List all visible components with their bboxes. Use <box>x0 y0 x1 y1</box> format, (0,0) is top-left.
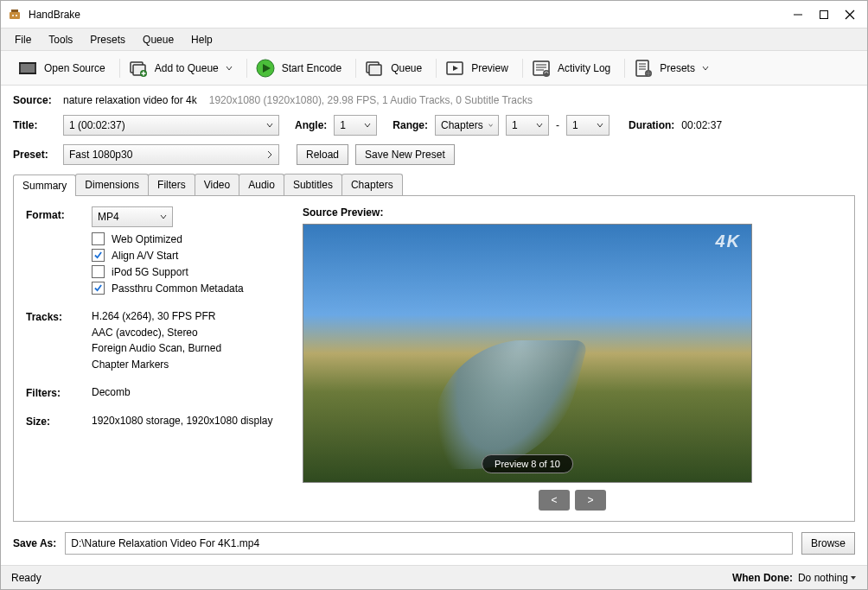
menu-queue[interactable]: Queue <box>136 30 181 49</box>
tracks-value: H.264 (x264), 30 FPS PFR AAC (avcodec), … <box>92 308 221 372</box>
activity-log-button[interactable]: Activity Log <box>522 59 619 78</box>
minimize-button[interactable] <box>793 10 803 20</box>
size-label: Size: <box>26 413 92 428</box>
tabs: Summary Dimensions Filters Video Audio S… <box>13 174 855 196</box>
queue-button[interactable]: Queue <box>355 59 431 78</box>
preview-prev-button[interactable]: < <box>539 490 570 511</box>
web-optimized-checkbox[interactable] <box>92 232 105 245</box>
add-queue-icon <box>129 59 148 78</box>
duration-label: Duration: <box>629 119 674 131</box>
menu-file[interactable]: File <box>8 30 38 49</box>
preview-title: Source Preview: <box>303 206 842 219</box>
saveas-label: Save As: <box>13 537 56 549</box>
status-text: Ready <box>11 572 41 584</box>
menu-tools[interactable]: Tools <box>41 30 80 49</box>
format-label: Format: <box>26 206 92 221</box>
close-button[interactable] <box>845 10 855 20</box>
queue-icon <box>365 59 384 78</box>
preview-icon <box>445 59 464 78</box>
presets-icon <box>634 59 653 78</box>
range-label: Range: <box>393 119 428 131</box>
saveas-input[interactable] <box>65 532 793 555</box>
svg-marker-33 <box>851 576 856 580</box>
tracks-label: Tracks: <box>26 308 92 323</box>
svg-rect-9 <box>21 64 35 73</box>
range-to-select[interactable]: 1 <box>566 115 610 136</box>
passthru-meta-checkbox[interactable] <box>92 282 105 295</box>
titlebar: HandBrake <box>1 1 867 29</box>
align-av-checkbox[interactable] <box>92 249 105 262</box>
chevron-down-icon <box>364 122 371 129</box>
svg-point-3 <box>16 15 17 16</box>
size-value: 1920x1080 storage, 1920x1080 display <box>92 413 273 429</box>
browse-button[interactable]: Browse <box>801 532 855 555</box>
chevron-down-icon <box>850 574 857 581</box>
start-encode-button[interactable]: Start Encode <box>246 59 350 78</box>
when-done-label: When Done: <box>732 572 793 584</box>
menu-presets[interactable]: Presets <box>83 30 132 49</box>
tab-video[interactable]: Video <box>195 174 239 195</box>
play-icon <box>256 59 275 78</box>
menu-help[interactable]: Help <box>184 30 220 49</box>
app-icon <box>8 8 22 22</box>
reload-button[interactable]: Reload <box>297 144 348 165</box>
preview-overlay: Preview 8 of 10 <box>482 454 573 473</box>
title-label: Title: <box>13 119 56 131</box>
tab-audio[interactable]: Audio <box>239 174 284 195</box>
save-new-preset-button[interactable]: Save New Preset <box>355 144 455 165</box>
ipod-support-checkbox[interactable] <box>92 265 105 278</box>
chevron-down-icon <box>702 62 709 74</box>
window-title: HandBrake <box>29 9 793 21</box>
range-from-select[interactable]: 1 <box>506 115 549 136</box>
tab-summary[interactable]: Summary <box>13 174 76 196</box>
source-meta: 1920x1080 (1920x1080), 29.98 FPS, 1 Audi… <box>209 94 533 106</box>
chevron-down-icon <box>266 122 273 129</box>
angle-label: Angle: <box>295 119 327 131</box>
svg-point-2 <box>12 15 14 16</box>
toolbar: Open Source Add to Queue Start Encode Qu… <box>1 51 867 86</box>
tab-dimensions[interactable]: Dimensions <box>75 174 149 195</box>
main-content: Source: nature relaxation video for 4k 1… <box>1 86 867 527</box>
preview-next-button[interactable]: > <box>575 490 606 511</box>
range-type-select[interactable]: Chapters <box>435 115 499 136</box>
angle-select[interactable]: 1 <box>334 115 377 136</box>
preview-button[interactable]: Preview <box>436 59 517 78</box>
add-to-queue-button[interactable]: Add to Queue <box>119 59 241 78</box>
title-select[interactable]: 1 (00:02:37) <box>63 115 279 136</box>
svg-point-27 <box>543 70 550 77</box>
tab-subtitles[interactable]: Subtitles <box>284 174 342 195</box>
format-select[interactable]: MP4 <box>92 206 173 227</box>
tab-filters[interactable]: Filters <box>148 174 195 195</box>
svg-rect-1 <box>11 10 18 12</box>
passthru-meta-label: Passthru Common Metadata <box>112 282 244 295</box>
saveas-row: Save As: Browse <box>1 527 867 565</box>
filters-value: Decomb <box>92 384 131 401</box>
chevron-down-icon <box>488 122 493 129</box>
statusbar: Ready When Done: Do nothing <box>1 565 867 589</box>
tab-chapters[interactable]: Chapters <box>341 174 403 195</box>
range-dash: - <box>556 119 559 131</box>
ipod-support-label: iPod 5G Support <box>112 266 188 278</box>
web-optimized-label: Web Optimized <box>112 233 182 245</box>
chevron-down-icon <box>160 213 167 220</box>
tab-panel: Format: MP4 Web Optimized Align A/V Star… <box>13 196 855 522</box>
menubar: File Tools Presets Queue Help <box>1 29 867 51</box>
svg-rect-20 <box>369 65 381 75</box>
maximize-button[interactable] <box>819 10 829 20</box>
chevron-down-icon <box>226 62 233 74</box>
filmstrip-icon <box>18 59 37 78</box>
chevron-down-icon <box>597 122 603 129</box>
activity-icon <box>532 59 551 78</box>
duration-value: 00:02:37 <box>681 119 722 131</box>
source-label: Source: <box>13 94 56 106</box>
source-value: nature relaxation video for 4k <box>63 94 197 106</box>
preset-select[interactable]: Fast 1080p30 <box>63 144 279 165</box>
svg-rect-10 <box>19 62 36 64</box>
when-done-select[interactable]: Do nothing <box>798 572 857 584</box>
open-source-button[interactable]: Open Source <box>10 59 114 78</box>
svg-rect-11 <box>19 73 36 74</box>
watermark: 4K <box>715 232 741 251</box>
presets-button[interactable]: Presets <box>624 59 718 78</box>
source-row: Source: nature relaxation video for 4k 1… <box>13 94 855 106</box>
svg-marker-22 <box>453 66 458 71</box>
